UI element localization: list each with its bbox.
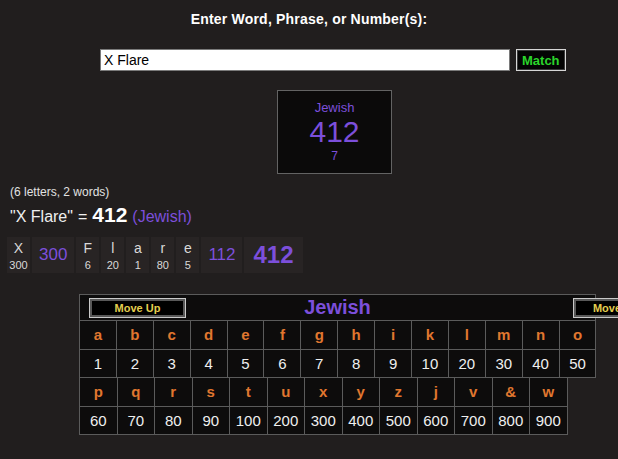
cipher-letter-cell: y bbox=[342, 377, 381, 407]
breakdown-letter-value: 1 bbox=[128, 258, 147, 272]
result-reduced-value: 7 bbox=[278, 149, 391, 163]
cipher-value-cell: 10 bbox=[411, 349, 449, 378]
cipher-letter-cell: l bbox=[448, 320, 486, 350]
breakdown-letter: a bbox=[128, 238, 147, 258]
cipher-value-cell: 4 bbox=[190, 349, 228, 378]
cipher-letter-cell: j bbox=[417, 377, 456, 407]
cipher-value-cell: 200 bbox=[267, 406, 306, 435]
cipher-table-row: 60708090100200300400500600700800900 bbox=[79, 406, 596, 435]
cipher-value-cell: 5 bbox=[227, 349, 265, 378]
breakdown-word-total: 300 bbox=[32, 237, 74, 273]
page-title: Enter Word, Phrase, or Number(s): bbox=[0, 11, 618, 27]
breakdown: X300300F6l20a1r80e5112412 bbox=[7, 237, 303, 273]
phrase-total: 412 bbox=[92, 203, 127, 227]
cipher-table-row: abcdefghiklmno bbox=[79, 320, 596, 350]
cipher-letter-cell: a bbox=[79, 320, 117, 350]
cipher-letter-cell: w bbox=[529, 377, 568, 407]
phrase-cipher-label: (Jewish) bbox=[132, 208, 192, 226]
breakdown-letter: r bbox=[153, 238, 172, 258]
equals-sign: = bbox=[78, 208, 87, 226]
breakdown-letter: e bbox=[178, 238, 197, 258]
match-button[interactable]: Match bbox=[516, 49, 566, 71]
breakdown-letter-value: 80 bbox=[153, 258, 172, 272]
cipher-letter-cell: n bbox=[522, 320, 560, 350]
cipher-letter-cell: s bbox=[192, 377, 231, 407]
cipher-letter-cell: g bbox=[300, 320, 338, 350]
cipher-value-cell: 60 bbox=[79, 406, 118, 435]
cipher-value-cell: 500 bbox=[379, 406, 418, 435]
phrase-text: "X Flare" bbox=[10, 208, 73, 226]
cipher-value-cell: 6 bbox=[263, 349, 301, 378]
breakdown-letter-cell: r80 bbox=[151, 237, 174, 273]
cipher-table-header: Move Up Jewish Move Down bbox=[79, 294, 596, 321]
cipher-letter-cell: r bbox=[154, 377, 193, 407]
cipher-value-cell: 900 bbox=[529, 406, 568, 435]
cipher-letter-cell: e bbox=[227, 320, 265, 350]
cipher-value-cell: 40 bbox=[522, 349, 560, 378]
cipher-letter-cell: o bbox=[559, 320, 597, 350]
cipher-letter-cell: u bbox=[267, 377, 306, 407]
move-down-button[interactable]: Move Down bbox=[573, 298, 618, 318]
breakdown-letter-value: 5 bbox=[178, 258, 197, 272]
cipher-letter-cell: i bbox=[374, 320, 412, 350]
cipher-value-cell: 600 bbox=[417, 406, 456, 435]
breakdown-grand-total: 412 bbox=[244, 237, 302, 273]
cipher-value-cell: 300 bbox=[304, 406, 343, 435]
cipher-table-row: pqrstuxyzjv&w bbox=[79, 377, 596, 407]
result-value: 412 bbox=[278, 116, 391, 148]
cipher-letter-cell: h bbox=[337, 320, 375, 350]
cipher-table-rows: abcdefghiklmno1234567891020304050pqrstux… bbox=[79, 320, 596, 435]
breakdown-letter-cell: X300 bbox=[7, 237, 30, 273]
page: Enter Word, Phrase, or Number(s): Match … bbox=[0, 0, 618, 459]
cipher-letter-cell: & bbox=[492, 377, 531, 407]
cipher-value-cell: 100 bbox=[229, 406, 268, 435]
result-box[interactable]: Jewish 412 7 bbox=[277, 90, 392, 174]
breakdown-letter: F bbox=[78, 238, 97, 258]
cipher-letter-cell: z bbox=[379, 377, 418, 407]
cipher-letter-cell: q bbox=[117, 377, 156, 407]
cipher-letter-cell: k bbox=[411, 320, 449, 350]
cipher-value-cell: 7 bbox=[300, 349, 338, 378]
cipher-value-cell: 1 bbox=[79, 349, 117, 378]
cipher-value-cell: 30 bbox=[485, 349, 523, 378]
cipher-letter-cell: b bbox=[116, 320, 154, 350]
cipher-value-cell: 90 bbox=[192, 406, 231, 435]
cipher-letter-cell: m bbox=[485, 320, 523, 350]
letters-words-meta: (6 letters, 2 words) bbox=[10, 185, 109, 199]
result-cipher-name: Jewish bbox=[278, 100, 391, 115]
word-input[interactable] bbox=[100, 49, 510, 71]
breakdown-letter-cell: e5 bbox=[176, 237, 199, 273]
breakdown-letter-value: 300 bbox=[9, 258, 28, 272]
cipher-letter-cell: t bbox=[229, 377, 268, 407]
move-up-button[interactable]: Move Up bbox=[89, 298, 186, 318]
cipher-letter-cell: v bbox=[454, 377, 493, 407]
cipher-letter-cell: x bbox=[304, 377, 343, 407]
breakdown-letter-value: 20 bbox=[103, 258, 122, 272]
phrase-summary: "X Flare" = 412 (Jewish) bbox=[10, 203, 192, 227]
cipher-value-cell: 70 bbox=[117, 406, 156, 435]
cipher-value-cell: 2 bbox=[116, 349, 154, 378]
breakdown-letter-cell: F6 bbox=[76, 237, 99, 273]
cipher-value-cell: 800 bbox=[492, 406, 531, 435]
cipher-table-row: 1234567891020304050 bbox=[79, 349, 596, 378]
breakdown-letter: l bbox=[103, 238, 122, 258]
breakdown-letter-cell: l20 bbox=[101, 237, 124, 273]
breakdown-word-total: 112 bbox=[201, 237, 242, 273]
cipher-letter-cell: p bbox=[79, 377, 118, 407]
cipher-value-cell: 8 bbox=[337, 349, 375, 378]
breakdown-letter-cell: a1 bbox=[126, 237, 149, 273]
cipher-value-cell: 50 bbox=[559, 349, 597, 378]
cipher-value-cell: 400 bbox=[342, 406, 381, 435]
cipher-letter-cell: c bbox=[153, 320, 191, 350]
cipher-table: Move Up Jewish Move Down abcdefghiklmno1… bbox=[79, 294, 596, 435]
cipher-value-cell: 9 bbox=[374, 349, 412, 378]
breakdown-letter: X bbox=[9, 238, 28, 258]
cipher-letter-cell: d bbox=[190, 320, 228, 350]
cipher-letter-cell: f bbox=[263, 320, 301, 350]
cipher-value-cell: 3 bbox=[153, 349, 191, 378]
cipher-value-cell: 700 bbox=[454, 406, 493, 435]
breakdown-letter-value: 6 bbox=[78, 258, 97, 272]
cipher-value-cell: 80 bbox=[154, 406, 193, 435]
cipher-value-cell: 20 bbox=[448, 349, 486, 378]
